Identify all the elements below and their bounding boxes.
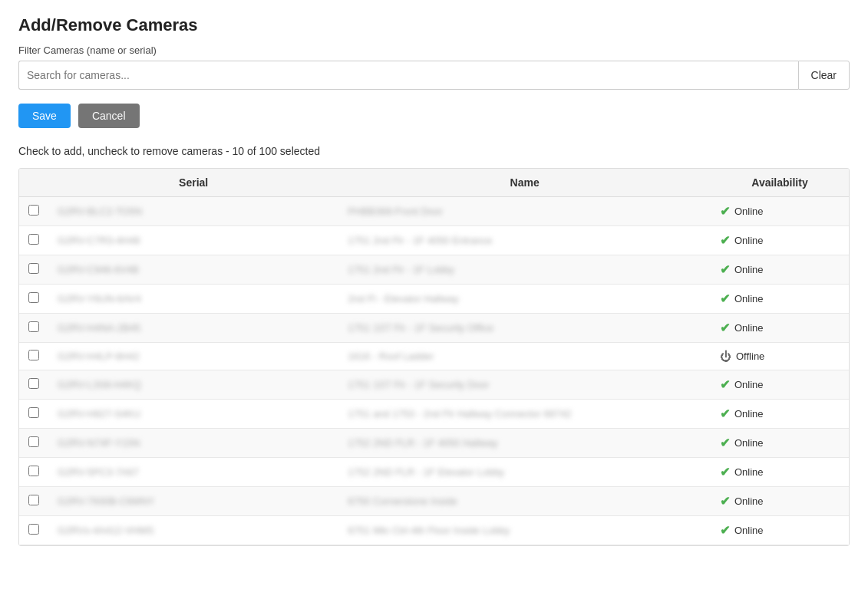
online-icon: ✔ — [720, 262, 730, 277]
row-checkbox-cell — [19, 487, 48, 516]
cameras-table: Serial Name Availability G2RV-BLC2-TO5N … — [19, 169, 849, 545]
action-buttons: Save Cancel — [18, 104, 850, 128]
online-icon: ✔ — [720, 406, 730, 421]
status-text: Online — [734, 235, 764, 246]
row-availability: ✔ Online — [711, 487, 849, 516]
row-checkbox[interactable] — [28, 205, 39, 216]
row-availability: ✔ Online — [711, 429, 849, 458]
row-checkbox-cell — [19, 255, 48, 285]
row-serial: G2RV-H4LP-6H42 — [48, 343, 338, 370]
row-checkbox-cell — [19, 516, 48, 545]
row-name: 2nd Fl - Elevator Hallway — [338, 285, 711, 314]
table-row: G2RVs-4A412-VHMS 6751 Mtn Ctrl-4th Floor… — [19, 516, 849, 545]
status-text: Online — [734, 466, 764, 478]
save-button[interactable]: Save — [18, 104, 71, 128]
offline-icon: ⏻ — [720, 350, 731, 363]
row-name: 1751 1ST Flr - 1F Security Door — [338, 370, 711, 400]
row-serial: G2RV-C946-6V4B — [48, 255, 338, 285]
row-checkbox[interactable] — [28, 263, 39, 274]
row-checkbox-cell — [19, 285, 48, 314]
status-text: Online — [734, 206, 764, 217]
row-name: 1752 2ND FLR - 1F Elevator Lobby — [338, 458, 711, 487]
table-row: G2RV-C7R3-4H48 1751 2nd Flr - 1F 4050 En… — [19, 226, 849, 255]
row-serial: G2RV-C7R3-4H48 — [48, 226, 338, 255]
row-name: 1751 2nd Flr - 1F Lobby — [338, 255, 711, 285]
status-text: Online — [734, 437, 764, 449]
cameras-table-wrapper: Serial Name Availability G2RV-BLC2-TO5N … — [18, 168, 850, 546]
table-row: G2RV-L3S8-H4KQ 1751 1ST Flr - 1F Securit… — [19, 370, 849, 400]
row-name: 6750 Cornerstone Inside — [338, 487, 711, 516]
row-checkbox[interactable] — [28, 350, 39, 360]
row-serial: G2RV-N74F-Y15N — [48, 429, 338, 458]
row-serial: G2RV-H827-S4KU — [48, 400, 338, 429]
table-row: G2RV-H4NA-2B45 1751 1ST Flr - 1F Securit… — [19, 314, 849, 343]
row-availability: ✔ Online — [711, 197, 849, 226]
row-checkbox[interactable] — [28, 234, 39, 245]
selection-info: Check to add, uncheck to remove cameras … — [18, 145, 850, 157]
row-serial: G2RV-L3S8-H4KQ — [48, 370, 338, 400]
row-checkbox[interactable] — [28, 321, 39, 332]
status-text: Online — [734, 379, 764, 390]
table-row: G2RV-N74F-Y15N 1752 2ND FLR - 1F 4050 Ha… — [19, 429, 849, 458]
row-availability: ✔ Online — [711, 400, 849, 429]
row-availability: ✔ Online — [711, 370, 849, 400]
row-checkbox[interactable] — [28, 436, 39, 447]
search-input[interactable] — [18, 61, 798, 90]
cancel-button[interactable]: Cancel — [78, 104, 140, 128]
status-text: Online — [734, 264, 764, 275]
online-icon: ✔ — [720, 436, 730, 450]
filter-label: Filter Cameras (name or serial) — [18, 44, 850, 56]
row-checkbox[interactable] — [28, 378, 39, 389]
row-availability: ✔ Online — [711, 226, 849, 255]
row-availability: ✔ Online — [711, 314, 849, 343]
table-row: G2RV-BLC2-TO5N PHBB368-Front Door ✔ Onli… — [19, 197, 849, 226]
row-serial: G2RV-5PC3-7A67 — [48, 458, 338, 487]
row-serial: G2RV-7930B-C6MNY — [48, 487, 338, 516]
row-checkbox[interactable] — [28, 466, 39, 476]
row-serial: G2RV-H4NA-2B45 — [48, 314, 338, 343]
table-row: G2RV-C946-6V4B 1751 2nd Flr - 1F Lobby ✔… — [19, 255, 849, 285]
row-availability: ✔ Online — [711, 458, 849, 487]
row-checkbox-cell — [19, 314, 48, 343]
online-icon: ✔ — [720, 321, 730, 335]
col-availability-header: Availability — [711, 169, 849, 197]
row-checkbox[interactable] — [28, 292, 39, 303]
table-row: G2RV-7930B-C6MNY 6750 Cornerstone Inside… — [19, 487, 849, 516]
online-icon: ✔ — [720, 377, 730, 392]
online-icon: ✔ — [720, 204, 730, 219]
row-name: 1751 and 1753 - 2nd Flr Hallway Connecto… — [338, 400, 711, 429]
table-row: G2RV-H827-S4KU 1751 and 1753 - 2nd Flr H… — [19, 400, 849, 429]
row-checkbox-cell — [19, 343, 48, 370]
status-text: Online — [734, 408, 764, 420]
online-icon: ✔ — [720, 465, 730, 479]
table-row: G2RV-5PC3-7A67 1752 2ND FLR - 1F Elevato… — [19, 458, 849, 487]
row-name: 1751 1ST Flr - 1F Security Office — [338, 314, 711, 343]
row-availability: ⏻ Offline — [711, 343, 849, 370]
row-serial: G2RVs-4A412-VHMS — [48, 516, 338, 545]
online-icon: ✔ — [720, 494, 730, 508]
status-text: Online — [734, 495, 764, 507]
status-text: Online — [734, 322, 764, 334]
row-availability: ✔ Online — [711, 255, 849, 285]
row-checkbox[interactable] — [28, 495, 39, 505]
row-name: 1751 2nd Flr - 1F 4050 Entrance — [338, 226, 711, 255]
row-name: 6751 Mtn Ctrl-4th Floor Inside Lobby — [338, 516, 711, 545]
row-name: 1616 - Roof Ladder — [338, 343, 711, 370]
table-row: G2RV-H4LP-6H42 1616 - Roof Ladder ⏻ Offl… — [19, 343, 849, 370]
row-name: 1752 2ND FLR - 1F 4050 Hallway — [338, 429, 711, 458]
row-checkbox-cell — [19, 429, 48, 458]
col-name-header: Name — [338, 169, 711, 197]
table-row: G2RV-Y6UN-6AV4 2nd Fl - Elevator Hallway… — [19, 285, 849, 314]
row-checkbox-cell — [19, 226, 48, 255]
status-text: Offline — [736, 351, 764, 362]
online-icon: ✔ — [720, 233, 730, 248]
row-checkbox-cell — [19, 370, 48, 400]
row-checkbox[interactable] — [28, 407, 39, 418]
row-checkbox[interactable] — [28, 524, 39, 535]
row-checkbox-cell — [19, 458, 48, 487]
clear-button[interactable]: Clear — [798, 61, 850, 90]
row-name: PHBB368-Front Door — [338, 197, 711, 226]
online-icon: ✔ — [720, 291, 730, 306]
status-text: Online — [734, 525, 764, 536]
status-text: Online — [734, 293, 764, 304]
